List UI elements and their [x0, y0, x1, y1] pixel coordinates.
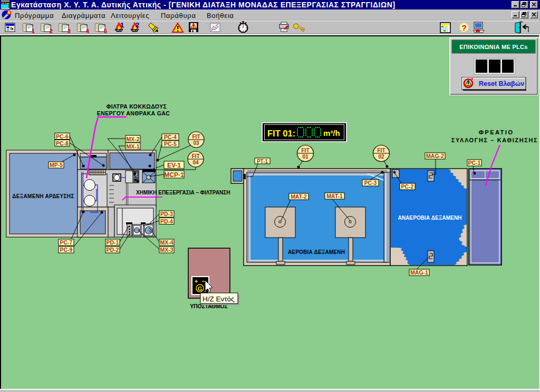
svg-text:FIT: FIT: [378, 148, 385, 153]
svg-text:ΕΠΙΚΟΙΝΩΝΙΑ ΜΕ PLCs: ΕΠΙΚΟΙΝΩΝΙΑ ΜΕ PLCs: [459, 44, 528, 50]
svg-text:PD-1: PD-1: [107, 239, 119, 246]
svg-text:ΕΝΕΡΓΟΥ ΑΝΘΡΑΚΑ GAC: ΕΝΕΡΓΟΥ ΑΝΘΡΑΚΑ GAC: [97, 110, 170, 116]
svg-text:PC-9: PC-9: [60, 247, 73, 253]
svg-text:3: 3: [68, 28, 71, 34]
svg-text:02: 02: [378, 154, 384, 160]
svg-text:FIT: FIT: [192, 153, 200, 159]
svg-text:PC-7: PC-7: [60, 239, 73, 246]
svg-text:H/Z Εντός: H/Z Εντός: [202, 295, 235, 303]
svg-text:MAT-2: MAT-2: [291, 193, 307, 200]
svg-text:4: 4: [86, 28, 90, 34]
svg-text:PT-1: PT-1: [257, 159, 268, 164]
svg-text:FIT: FIT: [192, 134, 200, 140]
svg-text:FIT 01:: FIT 01:: [267, 129, 295, 138]
svg-text:MX-4: MX-4: [160, 239, 173, 246]
svg-text:MX-3: MX-3: [160, 247, 173, 253]
svg-text:ΑΕΡΟΒΙΑ ΔΕΞΑΜΕΝΗ: ΑΕΡΟΒΙΑ ΔΕΞΑΜΕΝΗ: [288, 249, 345, 255]
svg-text:ΦΙΛΤΡΑ ΚΟΚΚΩΔΟΥΣ: ΦΙΛΤΡΑ ΚΟΚΚΩΔΟΥΣ: [107, 103, 167, 110]
svg-text:MP-5: MP-5: [50, 162, 63, 168]
svg-text:Reset Βλαβών: Reset Βλαβών: [479, 80, 524, 87]
svg-text:MX-2: MX-2: [126, 136, 139, 142]
svg-text:m³/h: m³/h: [323, 129, 340, 138]
svg-text:PC-4: PC-4: [164, 134, 177, 140]
svg-text:03: 03: [193, 140, 199, 146]
svg-text:ΣΥΛΛΟΓΗΣ – ΚΑΘΙΖΗΣΗΣ: ΣΥΛΛΟΓΗΣ – ΚΑΘΙΖΗΣΗΣ: [451, 137, 538, 143]
svg-text:MX-1: MX-1: [126, 143, 139, 150]
svg-text:ΦΡΕΑΤΙΟ: ΦΡΕΑΤΙΟ: [479, 129, 514, 135]
svg-text:ΔΕΞΑΜΕΝΗ ΑΡΔΕΥΣΗΣ: ΔΕΞΑΜΕΝΗ ΑΡΔΕΥΣΗΣ: [12, 193, 74, 199]
svg-text:G: G: [198, 286, 202, 292]
svg-text:PD-2: PD-2: [107, 247, 119, 253]
svg-text:MAT-1: MAT-1: [326, 193, 343, 199]
svg-text:MAG-2: MAG-2: [426, 153, 444, 159]
svg-text:?: ?: [461, 23, 466, 32]
svg-text:2: 2: [136, 21, 139, 29]
svg-text:PC-5: PC-5: [164, 141, 177, 147]
svg-text:ΑΝΑΕΡΟΒΙΑ ΔΕΞΑΜΕΝΗ: ΑΝΑΕΡΟΒΙΑ ΔΕΞΑΜΕΝΗ: [398, 215, 461, 221]
svg-text:PC-8: PC-8: [56, 140, 69, 146]
svg-text:EV-1: EV-1: [167, 162, 181, 169]
svg-text:PD-3: PD-3: [160, 211, 173, 217]
svg-text:PC-1: PC-1: [468, 160, 481, 166]
svg-text:1: 1: [32, 28, 35, 34]
svg-text:01: 01: [302, 154, 308, 160]
svg-text:PC-3: PC-3: [364, 180, 377, 186]
svg-text:2: 2: [50, 28, 53, 34]
svg-text:MCP-1: MCP-1: [164, 171, 184, 179]
svg-text:5: 5: [104, 28, 107, 34]
svg-text:MAG-1: MAG-1: [410, 269, 428, 276]
svg-text:PD-4: PD-4: [160, 218, 173, 224]
svg-text:1: 1: [120, 21, 124, 29]
svg-text:FIT: FIT: [302, 148, 310, 153]
svg-text:04: 04: [192, 160, 199, 165]
svg-text:PC-2: PC-2: [401, 183, 414, 190]
svg-text:PC-6: PC-6: [56, 133, 69, 140]
svg-text:ΧΗΜΙΚΗ ΕΠΕΞΕΡΓΑΣΙΑ – ΦΙΛΤΡΑΝΣΗ: ΧΗΜΙΚΗ ΕΠΕΞΕΡΓΑΣΙΑ – ΦΙΛΤΡΑΝΣΗ: [136, 190, 230, 195]
